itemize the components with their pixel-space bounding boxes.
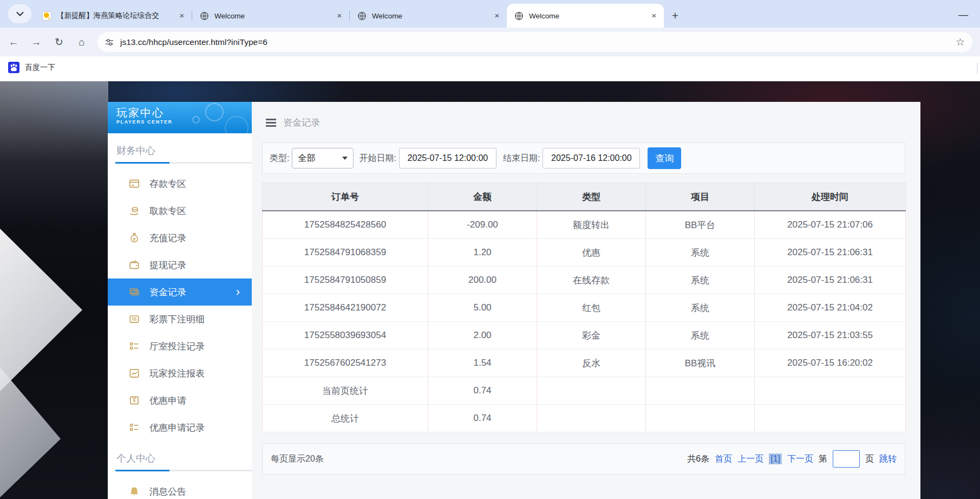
prev-page-link[interactable]: 上一页: [737, 453, 763, 465]
start-date-input[interactable]: [399, 148, 496, 169]
cell-amount: 5.00: [428, 294, 537, 322]
cell-type: 在线存款: [537, 267, 646, 294]
bookmark-bar: 百度一下: [0, 56, 980, 81]
tab-close-icon[interactable]: ×: [649, 10, 659, 21]
globe-favicon: [514, 11, 524, 21]
end-date-input[interactable]: [543, 148, 640, 169]
section-label: 个人中心: [116, 452, 252, 470]
browser-tab-forum[interactable]: 【新提醒】海燕策略论坛综合交 ×: [35, 4, 192, 28]
funds-table: 订单号 金额 类型 项目 处理时间 1752584825428560-209.0…: [262, 183, 906, 432]
tab-close-icon[interactable]: ×: [492, 10, 502, 21]
sidebar-item-label: 消息公告: [149, 485, 186, 498]
cell-project: 系统: [646, 239, 755, 267]
sidebar-item-room-bet-record[interactable]: 厅室投注记录: [108, 333, 252, 360]
new-tab-button[interactable]: +: [667, 8, 683, 24]
panel-header: 资金记录: [252, 102, 920, 128]
search-button[interactable]: 查询: [648, 147, 681, 169]
background-triangle: [0, 229, 82, 391]
cell-empty: [755, 377, 906, 405]
sidebar-item-player-bet-report[interactable]: 玩家投注报表: [108, 360, 252, 387]
sidebar-item-label: 厅室投注记录: [149, 340, 205, 353]
per-page-text: 每页显示20条: [271, 453, 324, 465]
sidebar-item-message-announcement[interactable]: 消息公告: [108, 478, 252, 499]
cell-order-no: 1752584825428560: [263, 211, 428, 239]
forward-icon[interactable]: →: [27, 33, 45, 51]
sidebar-item-label: 取款专区: [149, 205, 186, 217]
section-underline: [115, 470, 252, 471]
funds-record-panel: 资金记录 类型: 全部 开始日期: 结束日期: 查询 订单号: [252, 102, 920, 499]
minimize-button[interactable]: —: [956, 8, 970, 22]
sidebar-item-recharge-record[interactable]: 充值记录: [108, 224, 252, 251]
bookmark-star-icon[interactable]: ☆: [956, 36, 965, 48]
sidebar-item-label: 存款专区: [149, 178, 186, 190]
bell-icon: [128, 485, 140, 497]
cell-empty: [537, 377, 646, 405]
browser-tab-welcome-1[interactable]: Welcome ×: [192, 4, 349, 28]
chart-report-icon: [128, 367, 140, 379]
home-icon[interactable]: ⌂: [73, 33, 91, 51]
baidu-paw-icon: [8, 62, 19, 73]
refresh-icon[interactable]: ↻: [50, 33, 68, 51]
list-card-icon: [128, 313, 140, 325]
cell-project: BB视讯: [646, 349, 755, 377]
sidebar-item-funds-record[interactable]: 资金记录 ›: [108, 278, 252, 306]
cell-type: 额度转出: [537, 211, 646, 239]
bullet-list-icon: [128, 340, 140, 352]
player-center-sidebar: 玩家中心 PLAYERS CENTER 财务中心 存款专区 取款专区: [108, 102, 252, 499]
cell-amount: 200.00: [428, 267, 537, 294]
bookmark-baidu[interactable]: 百度一下: [8, 62, 55, 73]
browser-tab-welcome-2[interactable]: Welcome ×: [350, 4, 507, 28]
sidebar-item-promo-apply-record[interactable]: 优惠申请记录: [108, 414, 252, 441]
tab-search-button[interactable]: [8, 4, 31, 23]
site-settings-icon[interactable]: [105, 38, 114, 47]
cell-time: 2025-07-15 21:06:31: [755, 239, 906, 267]
first-page-link[interactable]: 首页: [715, 453, 732, 465]
cell-amount: 0.74: [428, 377, 537, 405]
page-title: 资金记录: [283, 116, 320, 129]
background-wedge: [0, 81, 108, 228]
browser-tab-welcome-active[interactable]: Welcome ×: [507, 4, 664, 28]
summary-row-total: 总统计0.74: [263, 405, 906, 432]
cell-type: 彩金: [537, 322, 646, 349]
bookmark-bar-divider: [977, 63, 978, 74]
cell-amount: 1.54: [428, 349, 537, 377]
cell-order-no: 1752584791050859: [263, 267, 428, 294]
wallet-icon: [128, 259, 140, 271]
sidebar-item-promo-apply[interactable]: 优惠申请: [108, 387, 252, 414]
tab-close-icon[interactable]: ×: [177, 10, 187, 21]
next-page-link[interactable]: 下一页: [787, 453, 813, 465]
sidebar-item-lottery-bet-detail[interactable]: 彩票下注明细: [108, 306, 252, 333]
current-page-indicator: [1]: [769, 453, 782, 464]
sidebar-item-withdrawal-record[interactable]: 提现记录: [108, 251, 252, 278]
page-number-input[interactable]: [833, 450, 860, 468]
back-icon[interactable]: ←: [4, 33, 23, 51]
url-text[interactable]: js13.cc/hhcp/usercenter.html?iniType=6: [120, 37, 956, 47]
sidebar-item-label: 资金记录: [149, 286, 186, 299]
type-select[interactable]: 全部: [292, 148, 354, 169]
sidebar-item-label: 提现记录: [149, 259, 186, 271]
jump-link[interactable]: 跳转: [879, 453, 897, 465]
cell-summary-label: 总统计: [263, 405, 428, 432]
cell-order-no: 1752567602541273: [263, 349, 428, 377]
sidebar-item-label: 彩票下注明细: [149, 313, 205, 326]
col-amount: 金额: [428, 183, 537, 211]
cell-project: 系统: [646, 267, 755, 294]
tab-close-icon[interactable]: ×: [334, 10, 345, 21]
money-bag-icon: [128, 232, 140, 244]
cell-project: 系统: [646, 322, 755, 349]
banknotes-icon: [128, 286, 140, 298]
deposit-card-icon: [128, 178, 140, 190]
sidebar-item-withdraw[interactable]: 取款专区: [108, 197, 252, 224]
background-triangle: [0, 367, 61, 497]
sidebar-item-label: 优惠申请: [149, 394, 186, 407]
address-bar[interactable]: js13.cc/hhcp/usercenter.html?iniType=6 ☆: [97, 32, 972, 52]
bullet-list-icon: [128, 422, 140, 433]
pagination-bar: 每页显示20条 共6条 首页 上一页 [1] 下一页 第 页 跳转: [262, 443, 905, 475]
forum-favicon: [42, 11, 51, 21]
col-order-no: 订单号: [263, 183, 428, 211]
bookmark-label: 百度一下: [25, 63, 55, 73]
cell-order-no: 1752558039693054: [263, 322, 428, 349]
browser-toolbar: ← → ↻ ⌂ js13.cc/hhcp/usercenter.html?ini…: [0, 28, 980, 56]
sidebar-item-deposit[interactable]: 存款专区: [108, 170, 252, 197]
table-row: 1752584791050859200.00在线存款系统2025-07-15 2…: [263, 267, 906, 294]
